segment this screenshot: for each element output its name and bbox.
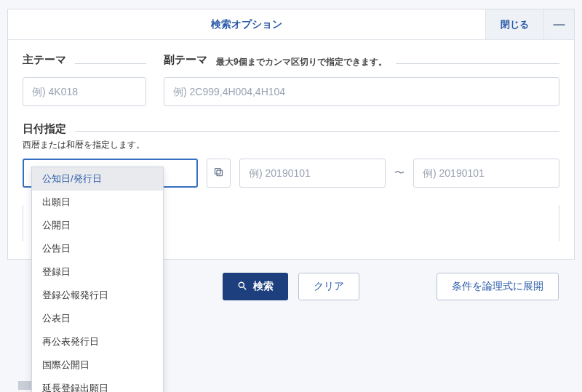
panel-title: 検索オプション bbox=[8, 9, 485, 39]
dropdown-item[interactable]: 延長登録出願日 bbox=[32, 377, 163, 392]
dropdown-item[interactable]: 登録公報発行日 bbox=[32, 284, 163, 307]
svg-line-3 bbox=[244, 287, 247, 289]
copy-button[interactable] bbox=[207, 159, 231, 188]
date-to-input[interactable] bbox=[413, 159, 559, 188]
svg-rect-1 bbox=[215, 169, 221, 175]
range-separator: 〜 bbox=[394, 167, 404, 180]
search-icon bbox=[237, 281, 247, 293]
dropdown-item[interactable]: 国際公開日 bbox=[32, 353, 163, 377]
dropdown-item[interactable]: 公開日 bbox=[32, 214, 163, 237]
sub-theme-label: 副テーマ bbox=[164, 53, 207, 68]
svg-rect-0 bbox=[217, 170, 223, 176]
dropdown-item[interactable]: 公告日 bbox=[32, 237, 163, 260]
svg-point-2 bbox=[239, 282, 244, 287]
collapse-button[interactable]: — bbox=[543, 9, 574, 39]
date-from-input[interactable] bbox=[239, 159, 386, 188]
divider bbox=[396, 63, 559, 64]
dropdown-item[interactable]: 出願日 bbox=[32, 191, 163, 214]
date-type-dropdown[interactable]: 公知日/発行日出願日公開日公告日登録日登録公報発行日公表日再公表発行日国際公開日… bbox=[31, 167, 164, 392]
main-theme-label: 主テーマ bbox=[23, 53, 66, 68]
dropdown-item[interactable]: 公表日 bbox=[32, 307, 163, 330]
sub-theme-input[interactable] bbox=[164, 77, 559, 106]
close-button[interactable]: 閉じる bbox=[485, 9, 543, 39]
clear-button[interactable]: クリア bbox=[298, 273, 359, 300]
dropdown-item[interactable]: 公知日/発行日 bbox=[32, 167, 163, 191]
sub-theme-note: 最大9個までカンマ区切りで指定できます。 bbox=[216, 56, 387, 68]
copy-icon bbox=[213, 167, 224, 180]
theme-row: 主テーマ 副テーマ 最大9個までカンマ区切りで指定できます。 bbox=[23, 53, 559, 106]
divider bbox=[75, 131, 559, 132]
main-theme-input[interactable] bbox=[23, 77, 146, 106]
panel-header: 検索オプション 閉じる — bbox=[8, 9, 574, 40]
dropdown-item[interactable]: 再公表発行日 bbox=[32, 330, 163, 353]
expand-logic-button[interactable]: 条件を論理式に展開 bbox=[436, 273, 559, 300]
search-button[interactable]: 検索 bbox=[223, 273, 288, 300]
search-button-label: 検索 bbox=[253, 280, 274, 293]
date-section-label: 日付指定 bbox=[23, 122, 66, 136]
dropdown-item[interactable]: 登録日 bbox=[32, 260, 163, 284]
divider bbox=[75, 63, 146, 64]
date-note: 西暦または和暦を指定します。 bbox=[23, 139, 559, 151]
